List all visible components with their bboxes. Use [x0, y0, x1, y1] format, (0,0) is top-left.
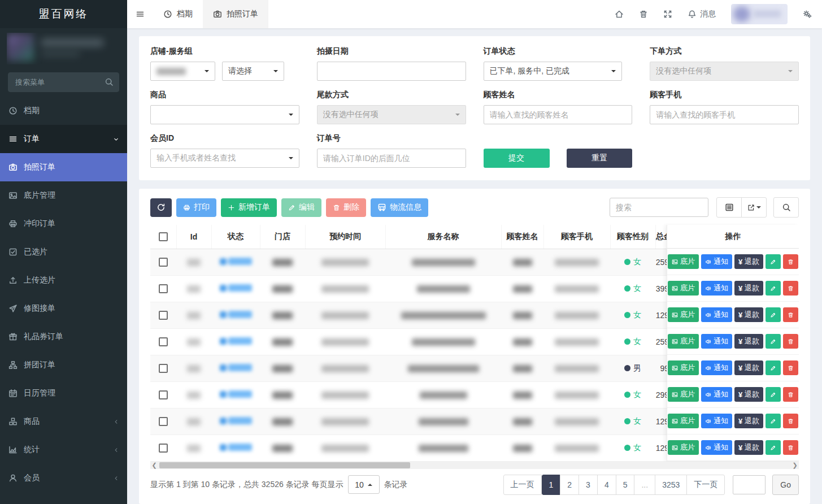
table-search-input[interactable] — [610, 198, 708, 217]
sidebar-item-upload[interactable]: 上传选片 — [0, 266, 127, 294]
delete-row-button[interactable] — [783, 360, 798, 375]
notify-button[interactable]: 通知 — [701, 254, 732, 269]
page-button[interactable]: 4 — [597, 475, 616, 495]
row-checkbox[interactable] — [159, 311, 168, 320]
notify-button[interactable]: 通知 — [701, 440, 732, 455]
fullscreen-icon[interactable] — [663, 10, 672, 19]
notify-button[interactable]: 通知 — [701, 360, 732, 375]
trash-icon[interactable] — [639, 10, 648, 19]
advanced-search-button[interactable] — [773, 197, 799, 218]
add-order-button[interactable]: 新增订单 — [221, 198, 277, 217]
negatives-button[interactable]: 底片 — [668, 307, 699, 322]
edit-row-button[interactable] — [766, 387, 781, 402]
edit-row-button[interactable] — [766, 281, 781, 296]
order-no-input[interactable] — [317, 149, 466, 168]
row-checkbox[interactable] — [159, 417, 168, 426]
sidebar-search-input[interactable] — [8, 72, 119, 92]
select-all-checkbox[interactable] — [159, 232, 168, 241]
scroll-left-arrow[interactable]: ❮ — [150, 462, 158, 469]
status-badge-blurred[interactable] — [220, 364, 252, 371]
refund-button[interactable]: ¥退款 — [734, 360, 763, 375]
sidebar-item-retouch[interactable]: 修图接单 — [0, 294, 127, 323]
sidebar-item-photo-orders[interactable]: 拍照订单 — [0, 153, 127, 181]
sidebar-item-negatives[interactable]: 底片管理 — [0, 181, 127, 210]
col-customer-gender[interactable]: 顾客性别 — [610, 225, 655, 249]
col-appointment-time[interactable]: 预约时间 — [305, 225, 385, 249]
row-checkbox[interactable] — [159, 364, 168, 373]
delete-row-button[interactable] — [783, 387, 798, 402]
prev-page-button[interactable]: 上一页 — [503, 475, 542, 495]
delete-row-button[interactable] — [783, 440, 798, 455]
sidebar-item-print-orders[interactable]: 冲印订单 — [0, 210, 127, 238]
page-button[interactable]: 2 — [560, 475, 579, 495]
negatives-button[interactable]: 底片 — [668, 440, 699, 455]
go-button[interactable]: Go — [772, 475, 799, 495]
edit-row-button[interactable] — [766, 307, 781, 322]
refund-button[interactable]: ¥退款 — [734, 254, 763, 269]
logistics-button[interactable]: 物流信息 — [371, 198, 428, 217]
refund-button[interactable]: ¥退款 — [734, 414, 763, 428]
status-badge-blurred[interactable] — [220, 390, 252, 398]
customer-name-input[interactable] — [484, 105, 633, 124]
row-checkbox[interactable] — [159, 444, 168, 453]
export-button[interactable] — [741, 197, 767, 218]
home-icon[interactable] — [615, 10, 624, 19]
shop-select[interactable] — [150, 62, 215, 81]
status-badge-blurred[interactable] — [220, 258, 252, 265]
user-menu-blurred[interactable] — [731, 4, 788, 24]
col-status[interactable]: 状态 — [211, 225, 260, 249]
delete-button[interactable]: 删除 — [326, 198, 366, 217]
refund-button[interactable]: ¥退款 — [734, 387, 763, 402]
page-button[interactable]: 3 — [579, 475, 598, 495]
col-id[interactable]: Id — [176, 225, 211, 249]
status-badge-blurred[interactable] — [220, 284, 252, 292]
delete-row-button[interactable] — [783, 414, 798, 428]
columns-button[interactable] — [716, 197, 742, 218]
row-checkbox[interactable] — [159, 390, 168, 399]
customer-phone-input[interactable] — [650, 105, 799, 124]
edit-row-button[interactable] — [766, 360, 781, 375]
settings-gears-icon[interactable] — [803, 10, 812, 19]
page-size-select[interactable]: 10 — [348, 475, 380, 494]
notify-button[interactable]: 通知 — [701, 387, 732, 402]
sidebar-item-coupon-orders[interactable]: 礼品券订单 — [0, 323, 127, 351]
negatives-button[interactable]: 底片 — [668, 281, 699, 296]
sidebar-item-statistics[interactable]: 统计 — [0, 436, 127, 464]
refund-button[interactable]: ¥退款 — [734, 334, 763, 349]
edit-row-button[interactable] — [766, 254, 781, 269]
print-button[interactable]: 打印 — [176, 198, 216, 217]
reset-button[interactable]: 重置 — [567, 149, 632, 168]
service-group-select[interactable]: 请选择 — [222, 62, 284, 81]
notify-button[interactable]: 通知 — [701, 307, 732, 322]
delete-row-button[interactable] — [783, 307, 798, 322]
refund-button[interactable]: ¥退款 — [734, 281, 763, 296]
goto-page-input[interactable] — [733, 475, 766, 494]
notify-button[interactable]: 通知 — [701, 281, 732, 296]
refund-button[interactable]: ¥退款 — [734, 307, 763, 322]
status-badge-blurred[interactable] — [220, 337, 252, 345]
col-customer-phone[interactable]: 顾客手机 — [543, 225, 610, 249]
refund-button[interactable]: ¥退款 — [734, 440, 763, 455]
col-service-name[interactable]: 服务名称 — [385, 225, 501, 249]
negatives-button[interactable]: 底片 — [668, 254, 699, 269]
sidebar-item-members[interactable]: 会员 — [0, 464, 127, 492]
balance-method-select[interactable]: 没有选中任何项 — [317, 105, 466, 124]
row-checkbox[interactable] — [159, 337, 168, 346]
shoot-date-input[interactable] — [317, 62, 466, 81]
negatives-button[interactable]: 底片 — [668, 334, 699, 349]
horizontal-scrollbar[interactable]: ❮ ❯ — [150, 462, 799, 469]
negatives-button[interactable]: 底片 — [668, 387, 699, 402]
scrollbar-thumb[interactable] — [159, 462, 410, 468]
nav-tab-schedule[interactable]: 档期 — [153, 0, 203, 28]
negatives-button[interactable]: 底片 — [668, 360, 699, 375]
delete-row-button[interactable] — [783, 281, 798, 296]
row-checkbox[interactable] — [159, 258, 168, 267]
page-button[interactable]: 3253 — [655, 475, 687, 495]
edit-button[interactable]: 编辑 — [281, 198, 321, 217]
row-checkbox[interactable] — [159, 284, 168, 293]
messages-button[interactable]: 消息 — [688, 9, 716, 19]
col-customer-name[interactable]: 顾客姓名 — [501, 225, 543, 249]
submit-button[interactable]: 提交 — [484, 149, 550, 168]
sidebar-item-group-orders[interactable]: 拼团订单 — [0, 351, 127, 379]
sidebar-item-orders[interactable]: 订单 — [0, 125, 127, 153]
